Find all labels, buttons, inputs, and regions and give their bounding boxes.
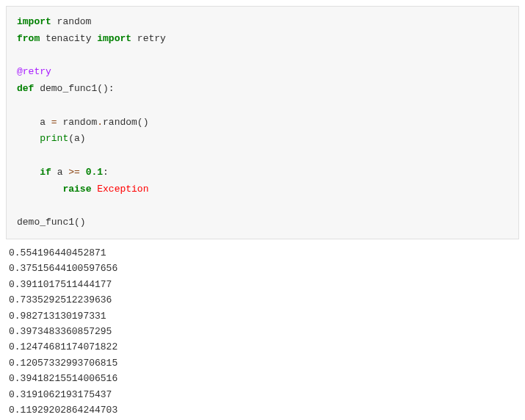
keyword-def: def	[17, 83, 34, 94]
name-random: random	[57, 117, 98, 128]
name-retry: retry	[131, 33, 166, 44]
module-random: random	[51, 16, 92, 27]
keyword-from: from	[17, 33, 40, 44]
op-gte: >=	[68, 167, 80, 178]
keyword-if: if	[40, 167, 51, 178]
op-assign: =	[51, 117, 57, 128]
decorator-retry: @retry	[17, 66, 51, 77]
call-random: random()	[103, 117, 148, 128]
op-dot: .	[97, 117, 103, 128]
keyword-raise: raise	[62, 184, 91, 195]
output-line: 0.37515644100597656	[9, 263, 117, 274]
indent-if	[17, 167, 40, 178]
colon: :	[103, 167, 109, 178]
output-line: 0.12057332993706815	[9, 358, 117, 369]
output-line: 0.3911017511444177	[9, 279, 112, 290]
num-literal: 0.1	[86, 167, 103, 178]
module-tenacity: tenacity	[40, 33, 97, 44]
indent-raise	[17, 184, 62, 195]
func-name: demo_func1():	[34, 83, 114, 94]
output-line: 0.3973483360857295	[9, 326, 112, 337]
indent-assign: a	[17, 117, 51, 128]
indent-print	[17, 133, 40, 144]
builtin-print: print	[40, 133, 68, 144]
output-line: 0.11929202864244703	[9, 405, 117, 416]
output-block: 0.554196440452871 0.37515644100597656 0.…	[6, 239, 519, 420]
output-line: 0.554196440452871	[9, 247, 106, 258]
keyword-import: import	[17, 16, 51, 27]
code-block: import random from tenacity import retry…	[6, 6, 519, 239]
output-line: 0.7335292512239636	[9, 294, 112, 305]
space	[80, 167, 86, 178]
keyword-import2: import	[97, 33, 131, 44]
print-args: (a)	[68, 133, 85, 144]
output-line: 0.39418215514006516	[9, 373, 117, 384]
output-line: 0.3191062193175437	[9, 389, 112, 400]
output-line: 0.12474681174071822	[9, 341, 117, 352]
exception-name: Exception	[97, 184, 148, 195]
output-line: 0.982713130197331	[9, 311, 106, 322]
func-call: demo_func1()	[17, 217, 86, 228]
cond-var: a	[51, 167, 68, 178]
